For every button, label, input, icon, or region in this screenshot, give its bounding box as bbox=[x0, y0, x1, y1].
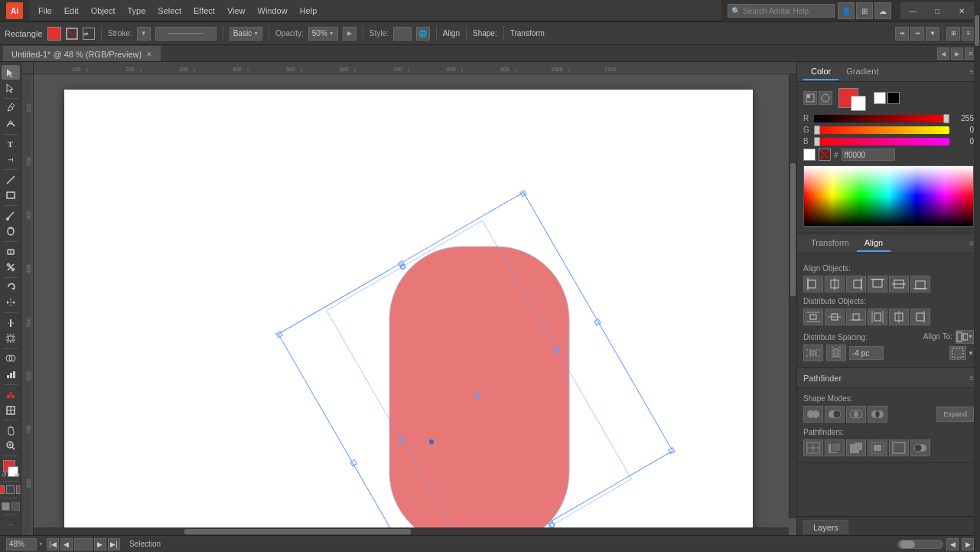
stroke-arrow-btn[interactable]: ▼ bbox=[137, 27, 151, 41]
dist-v-center-btn[interactable] bbox=[825, 309, 845, 325]
color-spectrum[interactable] bbox=[803, 165, 974, 227]
active-stroke-swatch[interactable] bbox=[851, 96, 866, 111]
zoom-dropdown-btn[interactable]: ▼ bbox=[38, 541, 44, 547]
unite-btn[interactable] bbox=[803, 406, 823, 423]
gradient-tab[interactable]: Gradient bbox=[838, 64, 886, 80]
dist-right-btn[interactable] bbox=[910, 309, 930, 325]
opacity-input[interactable]: 50% ▼ bbox=[308, 27, 338, 41]
spacing-value-input[interactable] bbox=[849, 346, 884, 360]
pen-tool-btn[interactable] bbox=[2, 101, 20, 116]
hand-tool-btn[interactable] bbox=[2, 423, 20, 437]
dist-bottom-btn[interactable] bbox=[846, 309, 866, 325]
transform-tab[interactable]: Transform bbox=[803, 235, 857, 252]
doc-tab-close-0[interactable]: ✕ bbox=[146, 51, 152, 58]
dist-spacing-h-btn[interactable] bbox=[826, 345, 846, 361]
width-tool-btn[interactable] bbox=[2, 315, 20, 330]
line-tool-btn[interactable] bbox=[2, 172, 20, 187]
color-tab[interactable]: Color bbox=[803, 64, 838, 80]
align-top-btn[interactable] bbox=[868, 276, 887, 292]
draw-inside-btn[interactable] bbox=[6, 485, 15, 494]
style-swatch[interactable] bbox=[393, 27, 412, 41]
g-slider-thumb[interactable] bbox=[814, 126, 820, 135]
reflect-tool-btn[interactable] bbox=[2, 296, 20, 310]
color-mode-rgb-btn[interactable] bbox=[803, 91, 817, 105]
type-tool-btn[interactable]: T bbox=[2, 136, 20, 151]
b-slider-thumb[interactable] bbox=[814, 137, 820, 146]
menu-type[interactable]: Type bbox=[122, 5, 152, 17]
pathfinder-header[interactable]: Pathfinder ≡ bbox=[797, 368, 980, 388]
view-grid-btn[interactable]: ⊞ bbox=[946, 27, 960, 41]
bar-graph-btn[interactable] bbox=[2, 367, 20, 381]
nav-last-btn[interactable]: ▶| bbox=[108, 538, 120, 550]
trim-btn[interactable] bbox=[825, 439, 845, 456]
nav-next-btn[interactable]: ▶ bbox=[94, 538, 106, 550]
draw-behind-btn[interactable] bbox=[16, 485, 21, 494]
shape-builder-btn[interactable] bbox=[2, 351, 20, 366]
vertical-scroll-thumb[interactable] bbox=[790, 163, 796, 296]
window-close-btn[interactable]: ✕ bbox=[949, 2, 974, 19]
horizontal-scrollbar[interactable] bbox=[34, 528, 789, 535]
align-panel-header[interactable]: Transform Align ≡ bbox=[797, 234, 980, 253]
menu-select[interactable]: Select bbox=[151, 5, 187, 17]
paintbrush-tool-btn[interactable] bbox=[2, 208, 20, 223]
live-paint-btn[interactable] bbox=[2, 387, 20, 401]
dist-left-btn[interactable] bbox=[868, 309, 887, 325]
full-screen-btn[interactable] bbox=[11, 502, 20, 511]
nav-left-scroll[interactable]: ◀ bbox=[946, 538, 959, 550]
free-transform-btn[interactable] bbox=[2, 331, 20, 345]
g-slider-track[interactable] bbox=[814, 126, 949, 134]
menu-file[interactable]: File bbox=[32, 5, 58, 17]
exclude-btn[interactable] bbox=[868, 406, 887, 423]
tabs-right-btn[interactable]: ▶ bbox=[951, 47, 963, 60]
brush-dropdown[interactable]: Basic ▼ bbox=[230, 27, 262, 41]
merge-btn[interactable] bbox=[846, 439, 866, 456]
right-panel-scrollbar[interactable] bbox=[974, 62, 980, 535]
selection-tool-btn[interactable] bbox=[2, 65, 20, 80]
hex-input[interactable] bbox=[842, 149, 895, 161]
dist-top-btn[interactable] bbox=[803, 309, 823, 325]
align-v-center-btn[interactable] bbox=[889, 276, 909, 292]
outline-btn[interactable] bbox=[889, 439, 909, 456]
align-bottom-btn[interactable] bbox=[910, 276, 930, 292]
dist-spacing-v-btn[interactable] bbox=[803, 345, 823, 361]
direct-selection-tool-btn[interactable] bbox=[2, 80, 20, 95]
swap-colors-btn[interactable]: ⇄ bbox=[83, 28, 95, 40]
window-maximize-btn[interactable]: □ bbox=[925, 2, 949, 19]
transform-more-btn[interactable]: ▼ bbox=[926, 27, 939, 41]
live-paint-selection-btn[interactable] bbox=[2, 403, 20, 417]
color-mode-hsb-btn[interactable] bbox=[819, 91, 832, 105]
align-to-selection-btn[interactable] bbox=[949, 346, 966, 360]
zoom-tool-btn[interactable] bbox=[2, 439, 20, 453]
menu-edit[interactable]: Edit bbox=[58, 5, 85, 17]
null-color-btn[interactable] bbox=[819, 149, 831, 161]
nav-prev-btn[interactable]: ◀ bbox=[60, 538, 73, 550]
menu-effect[interactable]: Effect bbox=[187, 5, 221, 17]
artboard-num-input[interactable]: 1 bbox=[74, 538, 93, 550]
status-toggle[interactable] bbox=[897, 540, 943, 549]
cloud-btn[interactable]: ☁ bbox=[874, 2, 891, 19]
horizontal-scroll-thumb[interactable] bbox=[184, 529, 411, 534]
divide-btn[interactable] bbox=[803, 439, 823, 456]
vertical-scrollbar[interactable] bbox=[789, 74, 796, 518]
eraser-tool-btn[interactable] bbox=[2, 244, 20, 259]
r-slider-thumb[interactable] bbox=[943, 114, 949, 123]
reset-colors-btn[interactable]: ↺ bbox=[2, 472, 7, 479]
menu-help[interactable]: Help bbox=[294, 5, 324, 17]
panel-btn[interactable]: ⊞ bbox=[856, 2, 873, 19]
minus-front-btn[interactable] bbox=[825, 406, 845, 423]
normal-draw-btn[interactable] bbox=[0, 485, 5, 494]
doc-tab-0[interactable]: Untitled-1* @ 48 % (RGB/Preview) ✕ bbox=[3, 46, 161, 61]
r-slider-track[interactable] bbox=[814, 115, 949, 122]
minus-back-btn[interactable] bbox=[910, 439, 930, 456]
style-globe-btn[interactable]: 🌐 bbox=[416, 27, 430, 41]
white-null-btn[interactable] bbox=[803, 149, 816, 161]
black-swatch-btn[interactable] bbox=[887, 92, 900, 104]
align-vert-btn[interactable]: ⇸ bbox=[910, 27, 924, 41]
rectangle-tool-btn[interactable] bbox=[2, 188, 20, 203]
align-to-dropdown[interactable]: ▼ bbox=[956, 330, 974, 344]
artboard[interactable] bbox=[64, 90, 753, 535]
b-slider-track[interactable] bbox=[814, 138, 949, 145]
crop-btn[interactable] bbox=[868, 439, 887, 456]
stroke-indicator[interactable] bbox=[66, 28, 78, 40]
white-swatch-btn[interactable] bbox=[874, 92, 886, 104]
